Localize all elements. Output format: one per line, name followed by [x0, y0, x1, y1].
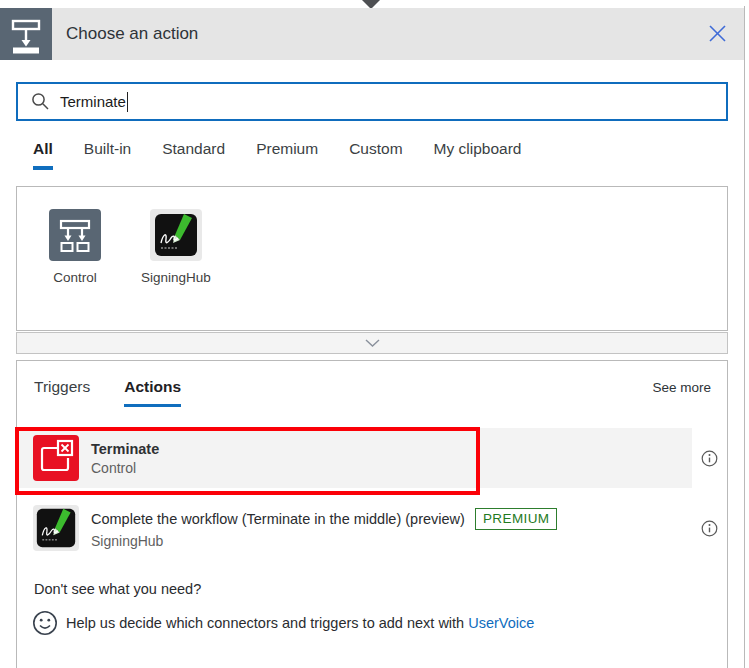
signinghub-connector-icon: [150, 209, 202, 261]
action-line: Complete the workflow (Terminate in the …: [17, 498, 727, 558]
see-more-link[interactable]: See more: [652, 378, 711, 395]
tab-built-in[interactable]: Built-in: [84, 140, 131, 170]
footer-help-label: Help us decide which connectors and trig…: [66, 615, 464, 631]
tab-actions[interactable]: Actions: [124, 378, 181, 407]
action-text: Complete the workflow (Terminate in the …: [91, 508, 557, 549]
action-row-complete-workflow[interactable]: Complete the workflow (Terminate in the …: [17, 498, 692, 558]
signinghub-action-icon: [33, 505, 79, 551]
info-icon[interactable]: [701, 520, 718, 537]
action-row-terminate[interactable]: Terminate Control: [17, 428, 692, 488]
action-title-row: Complete the workflow (Terminate in the …: [91, 508, 557, 530]
dialog-right-border: [744, 6, 745, 668]
dialog-header: Choose an action: [0, 8, 744, 60]
action-text: Terminate Control: [91, 441, 159, 476]
connector-control[interactable]: Control: [49, 209, 101, 330]
terminate-action-icon: [33, 435, 79, 481]
uservoice-link[interactable]: UserVoice: [468, 615, 534, 631]
tab-all[interactable]: All: [33, 140, 53, 170]
action-subtitle: Control: [91, 460, 159, 476]
expand-collapse-bar[interactable]: [16, 332, 728, 354]
chevron-down-icon: [365, 339, 380, 347]
dialog-title: Choose an action: [66, 24, 198, 44]
dialog-title-bar: Choose an action: [52, 8, 744, 60]
terminate-flow-icon: [0, 8, 52, 60]
premium-badge: PREMIUM: [475, 508, 558, 530]
connector-label: Control: [53, 270, 97, 285]
tab-my-clipboard[interactable]: My clipboard: [434, 140, 522, 170]
search-input[interactable]: Terminate: [16, 82, 728, 121]
info-icon[interactable]: [701, 450, 718, 467]
connector-signinghub[interactable]: SigningHub: [141, 209, 211, 330]
action-subtitle: SigningHub: [91, 533, 557, 549]
action-title: Complete the workflow (Terminate in the …: [91, 511, 465, 527]
connector-results-panel: Control SigningHub: [16, 186, 728, 331]
search-icon: [31, 92, 50, 111]
info-wrap: [692, 520, 727, 537]
tab-triggers[interactable]: Triggers: [34, 378, 90, 407]
footer-help-row: Help us decide which connectors and trig…: [32, 610, 727, 636]
text-caret: [127, 92, 128, 112]
footer-question: Don't see what you need?: [34, 581, 727, 597]
action-results-panel: Triggers Actions See more Terminate Cont…: [16, 360, 728, 668]
choose-action-dialog: Choose an action Terminate All Built-in …: [0, 0, 749, 668]
smiley-icon: [32, 610, 58, 636]
tab-custom[interactable]: Custom: [349, 140, 402, 170]
connector-label: SigningHub: [141, 270, 211, 285]
action-line: Terminate Control: [17, 428, 727, 488]
footer-help-text: Help us decide which connectors and trig…: [66, 615, 534, 631]
tab-standard[interactable]: Standard: [162, 140, 225, 170]
category-tabs: All Built-in Standard Premium Custom My …: [33, 140, 521, 170]
close-icon[interactable]: [706, 22, 728, 44]
list-tabs-row: Triggers Actions See more: [17, 361, 727, 407]
tab-premium[interactable]: Premium: [256, 140, 318, 170]
control-connector-icon: [49, 209, 101, 261]
info-wrap: [692, 450, 727, 467]
search-value: Terminate: [60, 93, 126, 110]
action-title: Terminate: [91, 441, 159, 457]
